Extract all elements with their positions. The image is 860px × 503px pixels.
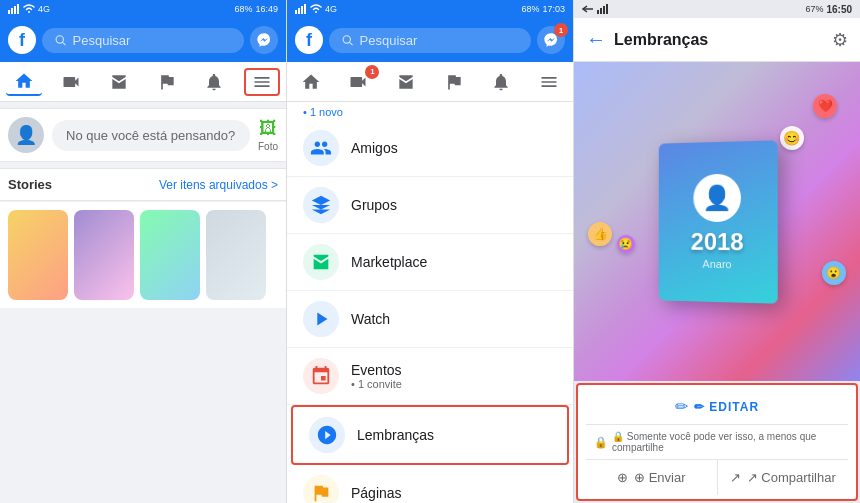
photo-button[interactable]: 🖼 Foto xyxy=(258,118,278,152)
story-item-4[interactable] xyxy=(206,210,266,300)
share-button[interactable]: ↗ ↗ Compartilhar xyxy=(718,460,849,495)
nav-bar-2: 1 xyxy=(287,62,573,102)
back-button[interactable]: ← xyxy=(586,28,606,51)
pages-icon xyxy=(303,475,339,503)
status-icons-3 xyxy=(582,4,609,14)
facebook-logo-2: f xyxy=(295,26,323,54)
send-button[interactable]: ⊕ ⊕ Enviar xyxy=(586,460,718,495)
memories-label: Lembranças xyxy=(357,427,551,443)
search-input-1[interactable] xyxy=(73,33,232,48)
svg-line-5 xyxy=(63,42,66,45)
nav-menu-2[interactable] xyxy=(531,68,567,96)
header-1: f xyxy=(0,18,286,62)
wifi-icon-2 xyxy=(310,4,322,14)
edit-label[interactable]: ✏ EDITAR xyxy=(694,400,759,414)
marketplace-text: Marketplace xyxy=(351,254,557,270)
groups-icon xyxy=(303,187,339,223)
events-text: Eventos • 1 convite xyxy=(351,362,557,390)
edit-bar: ✏ ✏ EDITAR xyxy=(586,389,848,425)
nav-shop[interactable] xyxy=(101,68,137,96)
menu-item-events[interactable]: Eventos • 1 convite xyxy=(287,348,573,405)
search-bar-1[interactable] xyxy=(42,28,244,53)
menu-item-memories[interactable]: Lembranças xyxy=(291,405,569,465)
nav-home[interactable] xyxy=(6,68,42,96)
header-2: f 1 xyxy=(287,18,573,62)
menu-item-friends[interactable]: Amigos xyxy=(287,120,573,177)
settings-icon[interactable]: ⚙ xyxy=(832,29,848,51)
groups-label: Grupos xyxy=(351,197,557,213)
status-bar-3: 67% 16:50 xyxy=(574,0,860,18)
battery-1: 68% xyxy=(234,4,252,14)
nav-bell[interactable] xyxy=(196,68,232,96)
nav-video-2[interactable]: 1 xyxy=(340,68,376,96)
memory-year: 2018 xyxy=(691,229,744,253)
svg-rect-1 xyxy=(11,8,13,14)
messenger-badge: 1 xyxy=(554,23,568,37)
facebook-logo-1: f xyxy=(8,26,36,54)
stories-archive-link[interactable]: Ver itens arquivados > xyxy=(159,178,278,192)
memories-actions: ✏ ✏ EDITAR 🔒 🔒 Somente você pode ver iss… xyxy=(576,383,858,501)
memory-image-area: 👤 2018 Anaro 😊 ❤️ 😮 👍 😢 xyxy=(574,62,860,381)
messenger-icon-1[interactable] xyxy=(250,26,278,54)
watch-icon xyxy=(303,301,339,337)
status-bar-left-2: 4G xyxy=(295,4,337,14)
send-icon: ⊕ xyxy=(617,470,628,485)
story-item-2[interactable] xyxy=(74,210,134,300)
share-label: ↗ Compartilhar xyxy=(747,470,836,485)
messenger-svg-1 xyxy=(256,32,272,48)
post-input[interactable]: No que você está pensando? xyxy=(52,120,250,151)
messenger-icon-2[interactable]: 1 xyxy=(537,26,565,54)
new-badge-label: • 1 novo xyxy=(287,102,573,120)
search-icon-1 xyxy=(54,33,67,47)
signal-icon-3 xyxy=(597,4,609,14)
svg-rect-6 xyxy=(295,10,297,14)
nav-flag[interactable] xyxy=(149,68,185,96)
svg-rect-3 xyxy=(17,4,19,14)
memory-avatar: 👤 xyxy=(693,173,741,221)
svg-rect-14 xyxy=(600,8,602,14)
share-buttons: ⊕ ⊕ Enviar ↗ ↗ Compartilhar xyxy=(586,459,848,495)
data-icon: 4G xyxy=(38,4,50,14)
nav-bell-2[interactable] xyxy=(483,68,519,96)
nav-menu[interactable] xyxy=(244,68,280,96)
events-label: Eventos xyxy=(351,362,557,378)
nav-shop-2[interactable] xyxy=(388,68,424,96)
menu-item-groups[interactable]: Grupos xyxy=(287,177,573,234)
post-composer: 👤 No que você está pensando? 🖼 Foto xyxy=(0,108,286,162)
nav-home-2[interactable] xyxy=(293,68,329,96)
search-bar-2[interactable] xyxy=(329,28,531,53)
time-3: 16:50 xyxy=(826,4,852,15)
nav-bar-1 xyxy=(0,62,286,102)
send-label: ⊕ Enviar xyxy=(634,470,685,485)
svg-rect-16 xyxy=(606,4,608,14)
photo-label: Foto xyxy=(258,141,278,152)
svg-line-11 xyxy=(350,42,353,45)
nav-flag-2[interactable] xyxy=(436,68,472,96)
logo-text: f xyxy=(19,30,25,51)
nav-video[interactable] xyxy=(53,68,89,96)
share-icon: ↗ xyxy=(730,470,741,485)
battery-2: 68% xyxy=(521,4,539,14)
video-badge: 1 xyxy=(365,65,379,79)
svg-rect-8 xyxy=(301,6,303,14)
groups-text: Grupos xyxy=(351,197,557,213)
logo-text-2: f xyxy=(306,30,312,51)
marketplace-icon xyxy=(303,244,339,280)
svg-rect-7 xyxy=(298,8,300,14)
stories-section: Stories Ver itens arquivados > xyxy=(0,168,286,201)
events-sub: • 1 convite xyxy=(351,378,557,390)
panel-menu: 4G 68% 17:03 f 1 1 xyxy=(287,0,574,503)
story-item-1[interactable] xyxy=(8,210,68,300)
friends-label: Amigos xyxy=(351,140,557,156)
svg-point-4 xyxy=(56,36,63,43)
search-icon-2 xyxy=(341,33,354,47)
privacy-note: 🔒 🔒 Somente você pode ver isso, a menos … xyxy=(586,425,848,459)
menu-item-pages[interactable]: Páginas xyxy=(287,465,573,503)
menu-item-watch[interactable]: Watch xyxy=(287,291,573,348)
menu-item-marketplace[interactable]: Marketplace xyxy=(287,234,573,291)
search-input-2[interactable] xyxy=(360,33,519,48)
panel-memories: 67% 16:50 ← Lembranças ⚙ 👤 2018 Anaro xyxy=(574,0,860,503)
memory-book: 👤 2018 Anaro xyxy=(659,140,778,303)
story-item-3[interactable] xyxy=(140,210,200,300)
memory-sub: Anaro xyxy=(703,257,732,269)
